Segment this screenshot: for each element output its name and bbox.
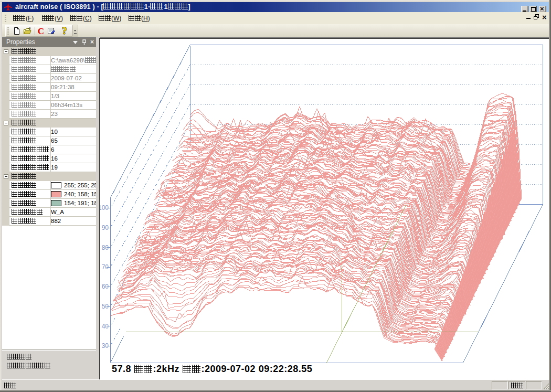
svg-text:60: 60 <box>102 283 109 290</box>
svg-text:?: ? <box>62 26 67 36</box>
svg-text:50: 50 <box>102 303 109 310</box>
svg-text:100: 100 <box>100 204 109 211</box>
svg-text:90: 90 <box>102 224 109 231</box>
svg-text:40: 40 <box>102 323 109 330</box>
svg-text:30: 30 <box>102 342 109 349</box>
svg-text:80: 80 <box>102 244 109 251</box>
svg-text:70: 70 <box>102 263 109 271</box>
